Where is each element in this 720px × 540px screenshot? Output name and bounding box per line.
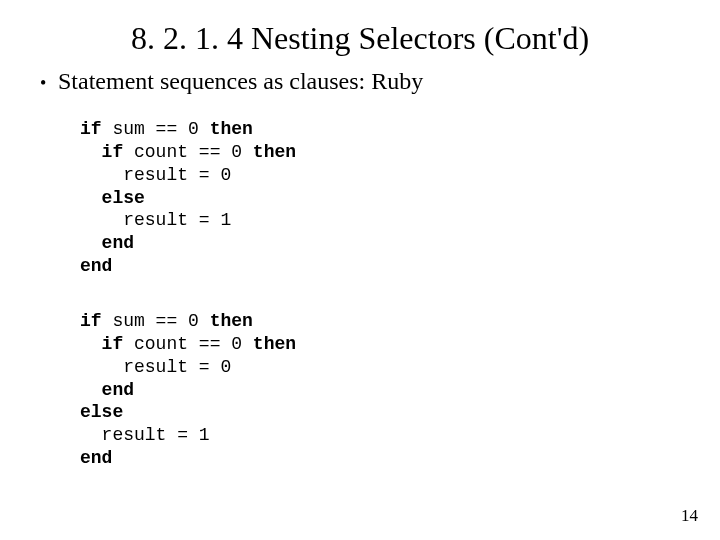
slide-title: 8. 2. 1. 4 Nesting Selectors (Cont'd) xyxy=(0,20,720,57)
bullet-text: Statement sequences as clauses: Ruby xyxy=(58,68,423,94)
bullet-item: •Statement sequences as clauses: Ruby xyxy=(40,68,423,95)
code-text: result = 1 xyxy=(80,425,210,445)
bullet-dot-icon: • xyxy=(40,74,58,92)
page-number: 14 xyxy=(681,506,698,526)
code-text: count == 0 xyxy=(123,142,253,162)
code-text: result = 0 xyxy=(80,357,231,377)
kw-if: if xyxy=(80,311,102,331)
code-text: sum == 0 xyxy=(102,311,210,331)
code-block-2: if sum == 0 then if count == 0 then resu… xyxy=(80,310,296,470)
kw-end: end xyxy=(80,233,134,253)
kw-end: end xyxy=(80,380,134,400)
kw-then: then xyxy=(210,311,253,331)
code-text: result = 0 xyxy=(80,165,231,185)
kw-if: if xyxy=(80,119,102,139)
kw-else: else xyxy=(80,188,145,208)
kw-end: end xyxy=(80,448,112,468)
code-text: result = 1 xyxy=(80,210,231,230)
kw-then: then xyxy=(253,142,296,162)
code-text: count == 0 xyxy=(123,334,253,354)
kw-if: if xyxy=(80,334,123,354)
code-text: sum == 0 xyxy=(102,119,210,139)
code-block-1: if sum == 0 then if count == 0 then resu… xyxy=(80,118,296,278)
kw-then: then xyxy=(253,334,296,354)
kw-then: then xyxy=(210,119,253,139)
slide: 8. 2. 1. 4 Nesting Selectors (Cont'd) •S… xyxy=(0,0,720,540)
kw-else: else xyxy=(80,402,123,422)
kw-end: end xyxy=(80,256,112,276)
kw-if: if xyxy=(80,142,123,162)
